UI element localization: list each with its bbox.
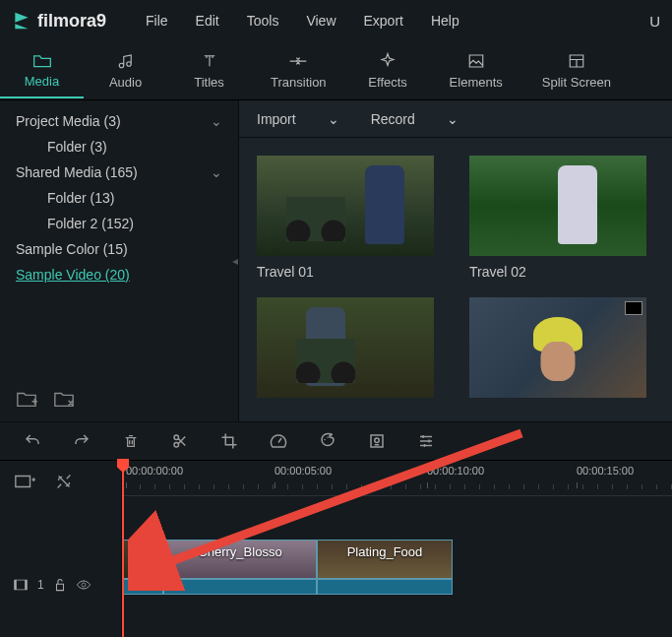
tab-media[interactable]: Media [0, 42, 84, 98]
color-icon[interactable] [319, 432, 336, 450]
ruler-tick: 00:00:15:00 [577, 465, 634, 477]
clip-plating-food[interactable]: Plating_Food [317, 540, 453, 579]
ruler-tick: 00:00:10:00 [427, 465, 484, 477]
track-number: 1 [37, 578, 44, 592]
tree-folder2-152[interactable]: Folder 2 (152) [0, 211, 238, 236]
new-folder-icon[interactable] [16, 388, 37, 410]
text-icon [200, 51, 219, 71]
tree-project-media[interactable]: Project Media (3) ⌄ [0, 108, 238, 134]
import-label: Import [257, 111, 296, 127]
svg-rect-3 [15, 580, 17, 590]
tab-splitscreen[interactable]: Split Screen [522, 43, 631, 97]
greenscreen-icon[interactable] [368, 432, 386, 450]
media-panel: Import ⌄ Record ⌄ Travel 01 Travel 02 [239, 100, 672, 421]
menu-view[interactable]: View [294, 7, 347, 34]
tree-label: Sample Video (20) [16, 267, 130, 283]
video-track[interactable]: T Cherry_Blosso Plating_Food [122, 540, 672, 599]
menu-help[interactable]: Help [419, 7, 471, 34]
tree-sample-video[interactable]: Sample Video (20) [0, 262, 238, 287]
clip-1[interactable]: T [122, 540, 163, 579]
svg-point-1 [327, 437, 329, 439]
split-icon[interactable] [171, 432, 189, 450]
chevron-down-icon: ⌄ [447, 111, 458, 127]
media-tree: Project Media (3) ⌄ Folder (3) Shared Me… [0, 100, 239, 421]
media-grid: Travel 01 Travel 02 [239, 138, 672, 421]
menu-file[interactable]: File [134, 7, 180, 34]
tab-transition-label: Transition [271, 75, 327, 90]
chevron-down-icon: ⌄ [211, 164, 222, 180]
tree-folder-3[interactable]: Folder (3) [0, 134, 238, 159]
unlink-icon[interactable] [53, 471, 75, 492]
tree-label: Project Media (3) [16, 113, 121, 129]
media-item-4[interactable] [469, 297, 654, 406]
thumbnail [257, 156, 434, 256]
delete-icon[interactable] [122, 432, 140, 450]
menu-tools[interactable]: Tools [235, 7, 291, 34]
thumbnail [257, 297, 434, 398]
record-dropdown[interactable]: Record ⌄ [371, 111, 458, 127]
clip-cherry-blossom[interactable]: Cherry_Blosso [163, 540, 317, 579]
redo-icon[interactable] [73, 432, 91, 450]
audio-clip-2[interactable] [163, 579, 317, 595]
tab-transition[interactable]: Transition [251, 43, 346, 97]
ruler-tick: 00:00:00:00 [126, 465, 183, 477]
edit-toolbar [0, 421, 672, 461]
tree-shared-media[interactable]: Shared Media (165) ⌄ [0, 159, 238, 185]
time-ruler[interactable]: 00:00:00:00 00:00:05:00 00:00:10:00 00:0… [122, 461, 672, 496]
audio-clip-1[interactable] [122, 579, 163, 595]
app-name: filmora9 [37, 11, 106, 32]
media-item-3[interactable] [257, 297, 442, 406]
media-toolbar: Import ⌄ Record ⌄ [239, 100, 672, 138]
clip-label: T [139, 544, 147, 559]
sidebar-tools [16, 388, 75, 410]
playhead[interactable] [122, 461, 124, 637]
collapse-handle-icon[interactable]: ◂ [232, 254, 238, 268]
folder-icon [32, 50, 52, 70]
tab-elements-label: Elements [450, 75, 503, 90]
tab-elements[interactable]: Elements [430, 43, 522, 97]
delete-folder-icon[interactable] [53, 388, 75, 410]
svg-rect-4 [25, 580, 27, 590]
media-label: Travel 02 [469, 264, 654, 280]
tab-audio[interactable]: Audio [84, 43, 167, 97]
menu-edit[interactable]: Edit [184, 7, 231, 34]
menu-export[interactable]: Export [352, 7, 415, 34]
menubar: filmora9 File Edit Tools View Export Hel… [0, 0, 672, 41]
tree-label: Folder (3) [47, 139, 107, 155]
image-icon [466, 51, 486, 71]
adjust-icon[interactable] [417, 432, 435, 450]
main-tabs: Media Audio Titles Transition Effects El… [0, 41, 672, 100]
music-note-icon [116, 51, 136, 71]
tree-sample-color[interactable]: Sample Color (15) [0, 236, 238, 262]
effects-icon [378, 51, 397, 71]
thumbnail [469, 297, 646, 398]
record-label: Record [371, 111, 415, 127]
timeline-tracks[interactable]: 00:00:00:00 00:00:05:00 00:00:10:00 00:0… [122, 461, 672, 637]
lock-icon[interactable] [54, 578, 66, 592]
eye-icon[interactable] [76, 579, 92, 591]
import-dropdown[interactable]: Import ⌄ [257, 111, 339, 127]
tab-splitscreen-label: Split Screen [542, 75, 611, 90]
audio-clip-3[interactable] [317, 579, 453, 595]
filmora-logo-icon [12, 11, 31, 31]
svg-point-0 [324, 439, 326, 441]
tree-label: Sample Color (15) [16, 241, 128, 257]
undo-icon[interactable] [24, 432, 41, 450]
tab-titles-label: Titles [194, 75, 224, 90]
chevron-down-icon: ⌄ [328, 111, 339, 127]
timeline-left-panel: 1 [0, 461, 122, 637]
crop-icon[interactable] [220, 432, 238, 450]
add-track-icon[interactable] [14, 471, 35, 492]
tab-titles[interactable]: Titles [167, 43, 251, 97]
tree-folder-13[interactable]: Folder (13) [0, 185, 238, 211]
track-header: 1 [14, 578, 92, 592]
tab-effects[interactable]: Effects [346, 43, 430, 97]
clip-label: Plating_Food [347, 544, 423, 559]
user-initial[interactable]: U [649, 13, 660, 30]
filmstrip-icon [625, 301, 642, 315]
media-item-travel02[interactable]: Travel 02 [469, 156, 654, 280]
speed-icon[interactable] [270, 432, 287, 450]
tree-label: Shared Media (165) [16, 164, 138, 180]
media-item-travel01[interactable]: Travel 01 [257, 156, 442, 280]
transition-icon [288, 51, 308, 71]
